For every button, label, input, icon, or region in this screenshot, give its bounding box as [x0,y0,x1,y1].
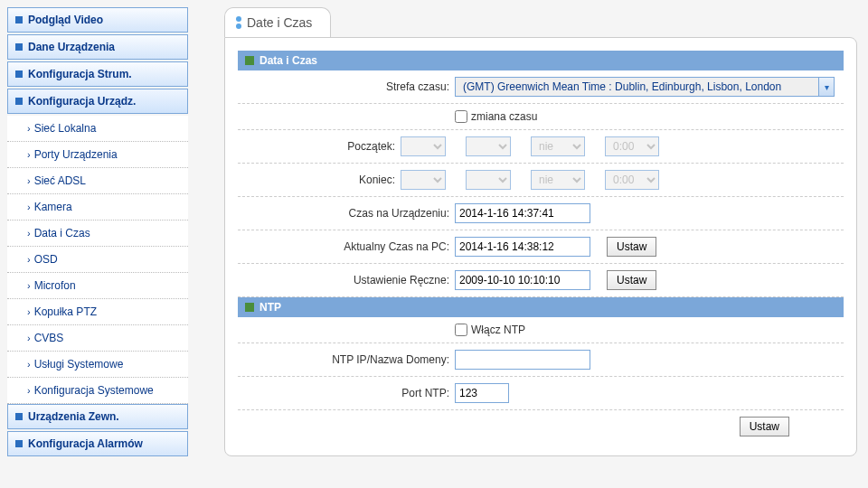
chevron-right-icon: › [27,359,31,370]
sub-cvbs[interactable]: ›CVBS [7,325,188,352]
timezone-select[interactable]: (GMT) Greenwich Mean Time : Dublin, Edin… [455,77,835,97]
sub-camera[interactable]: ›Kamera [7,194,188,221]
chevron-right-icon: › [27,123,31,134]
start-time-select[interactable]: 0:00 [605,136,659,156]
sidebar: Podgląd Video Dane Urządzenia Konfigurac… [7,7,188,458]
dst-label: zmiana czasu [471,110,537,123]
pc-time-label: Aktualny Czas na PC: [238,240,455,253]
section-date-time-header: Data i Czas [238,51,844,70]
nav-video-preview[interactable]: Podgląd Video [7,7,188,33]
square-icon [245,303,254,312]
square-icon [245,56,254,65]
bullet-icon [15,16,23,23]
sub-date-time[interactable]: ›Data i Czas [7,221,188,247]
sub-label: Usługi Systemowe [34,358,124,371]
device-time-label: Czas na Urządzeniu: [238,207,455,220]
chevron-right-icon: › [27,175,31,186]
sub-device-ports[interactable]: ›Porty Urządzenia [7,142,188,168]
nav-label: Konfiguracja Alarmów [28,437,143,450]
tab-icon [236,16,241,29]
ntp-enable-label: Włącz NTP [471,324,525,336]
section-ntp-header: NTP [238,297,844,317]
nav-label: Konfiguracja Urządz. [28,95,136,108]
sub-local-network[interactable]: ›Sieć Lokalna [7,116,188,142]
start-week-select[interactable] [466,136,511,156]
manual-time-label: Ustawienie Ręczne: [238,274,455,286]
section-title: NTP [259,301,281,314]
nav-label: Urządzenia Zewn. [28,410,119,423]
end-time-select[interactable]: 0:00 [605,170,659,190]
sub-system-config[interactable]: ›Konfiguracja Systemowe [7,378,188,404]
ntp-port-label: Port NTP: [238,387,455,399]
nav-device-config[interactable]: Konfiguracja Urządz. [7,89,188,114]
nav-external-devices[interactable]: Urządzenia Zewn. [7,404,188,429]
bullet-icon [15,98,23,105]
sub-label: Sieć ADSL [34,174,86,187]
sub-label: Kopułka PTZ [34,305,97,318]
device-time-field [455,203,590,223]
nav-label: Dane Urządzenia [28,41,115,53]
manual-time-field[interactable] [455,270,590,290]
chevron-right-icon: › [27,333,31,343]
sub-label: OSD [34,253,58,266]
end-label: Koniec: [238,174,401,186]
bullet-icon [15,413,23,420]
dst-checkbox-wrap[interactable]: zmiana czasu [455,110,537,123]
sub-microphone[interactable]: ›Microfon [7,273,188,299]
tab-label: Date i Czas [247,15,312,30]
bullet-icon [15,440,23,447]
start-day-select[interactable]: nie [531,136,585,156]
end-day-select[interactable]: nie [531,170,585,190]
nav-alarm-config[interactable]: Konfiguracja Alarmów [7,431,188,456]
sub-label: Microfon [34,279,76,292]
ntp-ip-field[interactable] [455,350,590,370]
main-content: Date i Czas Data i Czas Strefa czasu: (G… [224,7,857,458]
chevron-right-icon: › [27,306,31,317]
start-label: Początek: [238,140,401,153]
chevron-right-icon: › [27,254,31,265]
section-title: Data i Czas [259,54,317,67]
sub-label: Konfiguracja Systemowe [34,384,154,397]
sub-label: Kamera [34,201,72,213]
set-pc-time-button[interactable]: Ustaw [607,237,656,257]
ntp-enable-checkbox[interactable] [455,324,467,336]
bullet-icon [15,70,23,78]
sub-osd[interactable]: ›OSD [7,247,188,273]
start-month-select[interactable] [401,136,446,156]
chevron-right-icon: › [27,228,31,239]
end-month-select[interactable] [401,170,446,190]
chevron-right-icon: › [27,149,31,160]
timezone-label: Strefa czasu: [238,80,455,93]
ntp-ip-label: NTP IP/Nazwa Domeny: [238,353,455,366]
sub-label: Data i Czas [34,227,90,239]
nav-label: Konfiguracja Strum. [28,68,132,80]
ntp-port-field[interactable] [455,383,509,403]
sub-system-services[interactable]: ›Usługi Systemowe [7,352,188,378]
sub-ptz-dome[interactable]: ›Kopułka PTZ [7,299,188,325]
nav-label: Podgląd Video [28,14,103,26]
nav-device-data[interactable]: Dane Urządzenia [7,34,188,60]
bullet-icon [15,43,23,51]
set-manual-time-button[interactable]: Ustaw [607,270,656,290]
chevron-right-icon: › [27,202,31,212]
pc-time-field [455,237,590,257]
nav-stream-config[interactable]: Konfiguracja Strum. [7,61,188,87]
ntp-enable-wrap[interactable]: Włącz NTP [455,324,525,336]
set-ntp-button[interactable]: Ustaw [740,417,789,436]
sub-label: Porty Urządzenia [34,148,118,161]
tab-date-time[interactable]: Date i Czas [224,7,331,37]
dst-checkbox[interactable] [455,110,467,123]
sub-label: Sieć Lokalna [34,122,97,135]
sub-adsl[interactable]: ›Sieć ADSL [7,168,188,194]
chevron-right-icon: › [27,385,31,396]
end-week-select[interactable] [466,170,511,190]
sub-label: CVBS [34,332,64,344]
chevron-right-icon: › [27,280,31,291]
